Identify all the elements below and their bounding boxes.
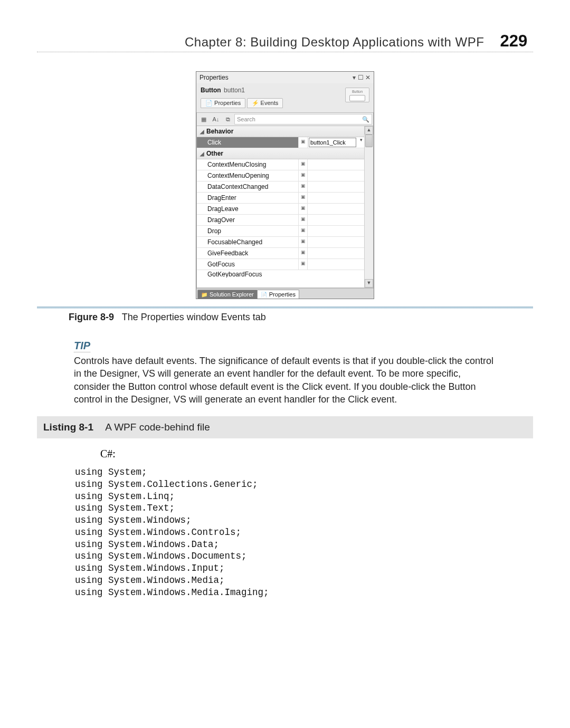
event-row[interactable]: GiveFeedback [197, 248, 298, 258]
object-name: button1 [224, 87, 245, 94]
categorized-icon[interactable]: ▦ [198, 114, 210, 124]
tip-text: Controls have default events. The signif… [74, 355, 496, 406]
category-other[interactable]: ◢Other [197, 148, 365, 159]
page-header: Chapter 8: Building Desktop Applications… [37, 32, 533, 52]
page-number: 229 [500, 32, 527, 50]
event-marker-icon: ▣ [298, 137, 308, 148]
event-marker-icon: ▣ [298, 248, 308, 258]
event-click[interactable]: Click [197, 137, 298, 148]
bottom-tab-solution-explorer[interactable]: 📁Solution Explorer [197, 290, 258, 299]
event-handler-cell[interactable] [308, 259, 365, 270]
expand-triangle-icon: ◢ [200, 129, 204, 135]
bottom-tabstrip: 📁Solution Explorer 📄Properties [196, 288, 374, 299]
properties-icon: 📄 [261, 292, 267, 298]
tab-events-label: Events [261, 100, 279, 106]
listing-title: A WPF code-behind file [105, 422, 210, 433]
listing-header: Listing 8-1 A WPF code-behind file [37, 416, 533, 438]
event-row[interactable]: ContextMenuOpening [197, 170, 298, 181]
event-row[interactable]: Drop [197, 226, 298, 236]
events-grid: ◢Behavior Click ▣ ▾ ◢Other ContextMenuCl… [196, 126, 374, 288]
event-handler-cell[interactable] [308, 193, 365, 203]
search-icon: 🔍 [362, 114, 369, 124]
handler-dropdown-icon[interactable]: ▾ [357, 137, 365, 148]
event-row-cutoff: GotKeyboardFocus [197, 270, 365, 277]
scroll-up-icon[interactable]: ▲ [365, 126, 373, 135]
category-behavior[interactable]: ◢Behavior [197, 126, 365, 137]
event-handler-cell[interactable] [308, 170, 365, 181]
properties-window: Properties ▾ ☐ ✕ Button Button button1 📄… [196, 71, 374, 299]
event-marker-icon: ▣ [298, 237, 308, 247]
tab-properties-label: Properties [214, 100, 241, 106]
event-marker-icon: ▣ [298, 193, 308, 203]
event-handler-cell[interactable] [308, 237, 365, 247]
properties-titlebar: Properties ▾ ☐ ✕ [196, 72, 374, 83]
event-row[interactable]: DragOver [197, 215, 298, 225]
event-marker-icon: ▣ [298, 159, 308, 170]
event-marker-icon: ▣ [298, 226, 308, 236]
scrollbar[interactable]: ▲ ▼ [364, 126, 373, 288]
bottom-tab-solution-label: Solution Explorer [210, 291, 254, 298]
control-preview-thumbnail: Button [345, 88, 369, 102]
category-other-label: Other [206, 150, 223, 157]
scroll-down-icon[interactable]: ▼ [365, 279, 373, 288]
expand-triangle-icon: ◢ [200, 151, 204, 157]
preview-label: Button [352, 90, 363, 93]
event-row[interactable]: DataContextChanged [197, 181, 298, 192]
properties-toolbar: ▦ A↓ ⧉ Search 🔍 [196, 112, 374, 126]
tab-events[interactable]: ⚡ Events [247, 98, 283, 108]
category-behavior-label: Behavior [206, 128, 233, 135]
solution-explorer-icon: 📁 [201, 292, 207, 298]
properties-title-text: Properties [200, 74, 229, 81]
event-handler-cell[interactable] [308, 204, 365, 214]
figure-divider [37, 306, 533, 309]
chapter-title: Chapter 8: Building Desktop Applications… [185, 35, 484, 49]
bottom-tab-properties[interactable]: 📄Properties [257, 290, 299, 299]
code-language: C#: [100, 448, 533, 460]
property-pages-icon[interactable]: ⧉ [222, 114, 234, 124]
sort-az-icon[interactable]: A↓ [210, 114, 222, 124]
event-marker-icon: ▣ [298, 259, 308, 270]
bottom-tab-properties-label: Properties [269, 291, 296, 298]
event-marker-icon: ▣ [298, 215, 308, 225]
event-marker-icon: ▣ [298, 170, 308, 181]
event-row[interactable]: ContextMenuClosing [197, 159, 298, 170]
figure-label: Figure 8-9 [69, 312, 114, 322]
tip-label: TIP [74, 340, 90, 352]
object-type: Button [201, 87, 221, 94]
event-handler-cell[interactable] [308, 226, 365, 236]
search-placeholder: Search [237, 114, 255, 124]
figure-wrap: Properties ▾ ☐ ✕ Button Button button1 📄… [37, 71, 533, 299]
event-handler-cell[interactable] [308, 215, 365, 225]
titlebar-icons[interactable]: ▾ ☐ ✕ [353, 74, 370, 81]
listing-label: Listing 8-1 [43, 422, 93, 433]
event-handler-input[interactable] [309, 138, 356, 147]
event-handler-cell[interactable] [308, 181, 365, 192]
event-marker-icon: ▣ [298, 204, 308, 214]
event-handler-cell[interactable] [308, 248, 365, 258]
event-row[interactable]: GotFocus [197, 259, 298, 270]
tab-properties[interactable]: 📄 Properties [201, 98, 245, 108]
search-input[interactable]: Search 🔍 [234, 114, 372, 124]
event-handler-cell[interactable] [308, 159, 365, 170]
event-marker-icon: ▣ [298, 181, 308, 192]
figure-caption: Figure 8-9 The Properties window Events … [69, 312, 533, 323]
code-block: using System; using System.Collections.G… [75, 466, 533, 598]
figure-caption-text: The Properties window Events tab [122, 312, 266, 322]
scroll-thumb[interactable] [365, 135, 373, 147]
event-row[interactable]: DragEnter [197, 193, 298, 203]
event-row[interactable]: DragLeave [197, 204, 298, 214]
event-row[interactable]: FocusableChanged [197, 237, 298, 247]
